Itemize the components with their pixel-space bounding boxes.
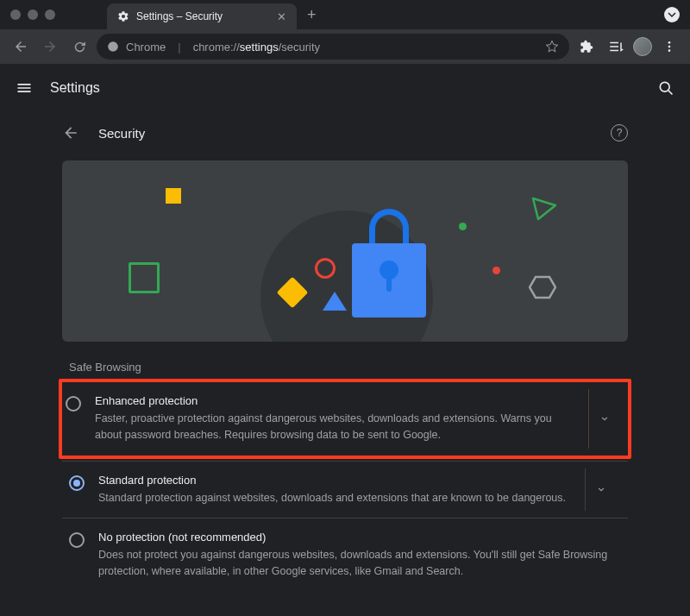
arrow-left-icon (13, 39, 28, 54)
protection-option[interactable]: Standard protectionStandard protection a… (62, 461, 628, 519)
account-menu-button[interactable] (664, 7, 680, 22)
extensions-button[interactable] (574, 35, 599, 59)
back-button[interactable] (9, 35, 33, 59)
chevron-down-icon (599, 412, 611, 424)
shape-blue-triangle (323, 292, 347, 311)
radio-button[interactable] (69, 532, 85, 548)
profile-avatar[interactable] (633, 37, 652, 56)
section-group-label: Safe Browsing (69, 361, 628, 374)
window-titlebar: Settings – Security ✕ + (0, 0, 690, 29)
search-icon (657, 79, 674, 97)
gear-icon (117, 10, 129, 22)
star-icon (545, 40, 559, 53)
back-to-settings-button[interactable] (62, 124, 79, 141)
settings-header: Settings (0, 64, 690, 112)
svg-point-0 (108, 41, 118, 52)
svg-point-4 (660, 82, 669, 91)
option-description: Does not protect you against dangerous w… (98, 547, 616, 580)
option-description: Faster, proactive protection against dan… (95, 411, 574, 443)
menu-button[interactable] (16, 79, 33, 97)
browser-toolbar: Chrome | chrome://settings/security (0, 29, 690, 64)
option-title: No protection (not recommended) (98, 531, 616, 544)
reload-button[interactable] (67, 35, 91, 59)
menu-icon (16, 79, 33, 97)
svg-point-2 (668, 46, 671, 48)
radio-button[interactable] (66, 396, 81, 412)
maximize-window-button[interactable] (45, 9, 55, 20)
settings-title: Settings (50, 80, 100, 96)
reading-list-icon (608, 39, 624, 54)
option-title: Standard protection (98, 474, 571, 487)
settings-content: Security ? Safe Browsing Enhanced protec… (0, 112, 690, 592)
svg-point-1 (668, 41, 671, 44)
search-button[interactable] (657, 79, 674, 97)
more-menu-button[interactable] (657, 35, 681, 59)
chevron-down-icon (668, 10, 676, 19)
chevron-down-icon (595, 483, 607, 495)
more-vertical-icon (662, 40, 676, 53)
shape-green-dot (459, 223, 467, 230)
shape-green-square-outline (129, 262, 160, 293)
help-button[interactable]: ? (611, 124, 628, 141)
option-title: Enhanced protection (95, 394, 574, 407)
minimize-window-button[interactable] (28, 9, 38, 20)
svg-point-3 (668, 49, 671, 52)
shape-yellow-square (166, 188, 181, 204)
expand-button[interactable] (588, 389, 619, 449)
option-text: No protection (not recommended)Does not … (98, 531, 616, 580)
protection-option[interactable]: No protection (not recommended)Does not … (62, 518, 628, 592)
reading-list-button[interactable] (604, 35, 628, 59)
expand-button[interactable] (585, 468, 616, 512)
shape-green-triangle-outline (531, 197, 557, 221)
browser-tab[interactable]: Settings – Security ✕ (107, 3, 297, 29)
bookmark-button[interactable] (545, 40, 559, 53)
site-info-icon[interactable] (107, 41, 119, 53)
arrow-left-icon (62, 124, 79, 141)
tab-title: Settings – Security (136, 10, 270, 22)
lock-keyhole-icon (380, 261, 398, 280)
forward-button[interactable] (38, 35, 62, 59)
shape-red-dot (492, 267, 500, 274)
url-text: chrome://settings/security (193, 41, 320, 53)
new-tab-button[interactable]: + (307, 6, 317, 24)
close-window-button[interactable] (10, 9, 21, 20)
puzzle-icon (580, 40, 593, 53)
arrow-right-icon (42, 39, 58, 54)
close-tab-button[interactable]: ✕ (277, 10, 286, 23)
radio-button[interactable] (69, 475, 85, 491)
option-text: Standard protectionStandard protection a… (98, 474, 571, 506)
shape-grey-hexagon (529, 275, 556, 299)
reload-icon (72, 40, 87, 54)
protection-option[interactable]: Enhanced protectionFaster, proactive pro… (59, 379, 631, 459)
shape-red-ring (315, 258, 336, 279)
section-header: Security ? (62, 112, 628, 154)
section-title: Security (98, 126, 145, 141)
window-controls (10, 9, 55, 20)
option-text: Enhanced protectionFaster, proactive pro… (95, 394, 574, 443)
option-description: Standard protection against websites, do… (98, 490, 571, 506)
url-host: Chrome (126, 41, 166, 53)
address-bar[interactable]: Chrome | chrome://settings/security (97, 34, 569, 60)
security-hero-illustration (62, 160, 628, 342)
